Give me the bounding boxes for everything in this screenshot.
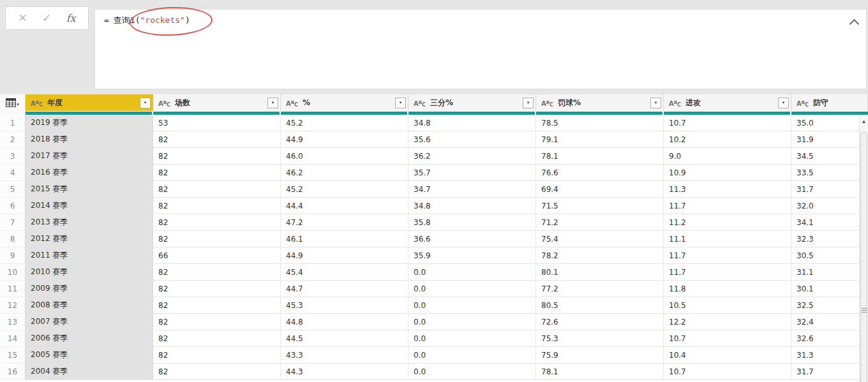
table-cell[interactable]: 2008 赛季 xyxy=(26,297,153,314)
table-cell[interactable]: 82 xyxy=(153,165,281,181)
table-cell[interactable]: 44.7 xyxy=(281,281,408,297)
table-corner-menu[interactable]: ▾ xyxy=(0,94,26,111)
table-cell[interactable]: 31.7 xyxy=(791,364,868,380)
table-cell[interactable]: 46.0 xyxy=(281,148,408,165)
table-cell[interactable]: 9.0 xyxy=(664,148,791,165)
table-cell[interactable]: 2009 赛季 xyxy=(26,281,153,297)
table-cell[interactable]: 2005 赛季 xyxy=(26,347,153,364)
table-cell[interactable]: 10.5 xyxy=(664,297,791,314)
column-header[interactable]: ABC年度▼ xyxy=(26,94,153,111)
table-cell[interactable]: 82 xyxy=(153,314,281,330)
table-cell[interactable]: 44.8 xyxy=(281,314,408,330)
table-cell[interactable]: 2016 赛季 xyxy=(26,165,153,181)
column-header[interactable]: ABC罚球%▼ xyxy=(536,94,664,111)
table-cell[interactable]: 35.9 xyxy=(408,247,536,264)
table-cell[interactable]: 82 xyxy=(153,181,281,198)
table-cell[interactable]: 35.0 xyxy=(791,115,868,131)
table-cell[interactable]: 34.5 xyxy=(791,148,868,165)
table-cell[interactable]: 82 xyxy=(153,148,281,165)
table-cell[interactable]: 45.2 xyxy=(281,115,408,131)
table-cell[interactable]: 44.3 xyxy=(281,364,408,380)
column-header[interactable]: ABC%▼ xyxy=(281,94,408,111)
table-cell[interactable]: 79.1 xyxy=(536,131,664,148)
table-cell[interactable]: 82 xyxy=(153,231,281,247)
table-cell[interactable]: 32.6 xyxy=(791,330,868,347)
table-cell[interactable]: 43.3 xyxy=(281,347,408,364)
table-cell[interactable]: 2012 赛季 xyxy=(26,231,153,247)
table-cell[interactable]: 35.7 xyxy=(408,165,536,181)
table-cell[interactable]: 34.7 xyxy=(408,181,536,198)
table-cell[interactable]: 66 xyxy=(153,247,281,264)
table-cell[interactable]: 77.2 xyxy=(536,281,664,297)
table-cell[interactable]: 44.5 xyxy=(281,330,408,347)
cancel-icon[interactable]: ✕ xyxy=(15,13,29,24)
table-cell[interactable]: 11.3 xyxy=(664,181,791,198)
filter-dropdown-button[interactable]: ▼ xyxy=(778,98,789,108)
table-cell[interactable]: 12.2 xyxy=(664,314,791,330)
column-header[interactable]: ABC进攻▼ xyxy=(664,94,791,111)
table-cell[interactable]: 2017 赛季 xyxy=(26,148,153,165)
table-cell[interactable]: 45.2 xyxy=(281,181,408,198)
filter-dropdown-button[interactable]: ▼ xyxy=(267,98,278,108)
table-cell[interactable]: 11.1 xyxy=(664,231,791,247)
scroll-up-arrow-icon[interactable]: ▲ xyxy=(860,116,868,126)
table-cell[interactable]: 31.9 xyxy=(791,131,868,148)
table-cell[interactable]: 2007 赛季 xyxy=(26,314,153,330)
table-cell[interactable]: 35.8 xyxy=(408,214,536,231)
filter-dropdown-button[interactable]: ▼ xyxy=(523,98,534,108)
column-header[interactable]: ABC场数▼ xyxy=(153,94,281,111)
filter-dropdown-button[interactable]: ▼ xyxy=(395,98,406,108)
table-cell[interactable]: 11.7 xyxy=(664,198,791,214)
table-cell[interactable]: 0.0 xyxy=(408,330,536,347)
table-cell[interactable]: 80.1 xyxy=(536,264,664,281)
table-cell[interactable]: 36.6 xyxy=(408,231,536,247)
table-cell[interactable]: 0.0 xyxy=(408,281,536,297)
table-cell[interactable]: 11.2 xyxy=(664,214,791,231)
table-cell[interactable]: 78.1 xyxy=(536,364,664,380)
table-cell[interactable]: 82 xyxy=(153,364,281,380)
table-cell[interactable]: 44.9 xyxy=(281,247,408,264)
check-icon[interactable]: ✓ xyxy=(40,13,54,24)
table-cell[interactable]: 10.7 xyxy=(664,115,791,131)
table-cell[interactable]: 75.4 xyxy=(536,231,664,247)
table-cell[interactable]: 45.4 xyxy=(281,264,408,281)
table-cell[interactable]: 32.4 xyxy=(791,314,868,330)
vertical-scrollbar[interactable]: ▲ xyxy=(859,116,868,382)
table-cell[interactable]: 71.2 xyxy=(536,214,664,231)
table-cell[interactable]: 69.4 xyxy=(536,181,664,198)
table-cell[interactable]: 31.3 xyxy=(791,347,868,364)
table-cell[interactable]: 0.0 xyxy=(408,364,536,380)
table-cell[interactable]: 34.8 xyxy=(408,198,536,214)
table-cell[interactable]: 10.9 xyxy=(664,165,791,181)
table-cell[interactable]: 2004 赛季 xyxy=(26,364,153,380)
formula-bar[interactable]: =查询1("rockets") xyxy=(94,9,867,89)
table-cell[interactable]: 82 xyxy=(153,214,281,231)
table-cell[interactable]: 10.7 xyxy=(664,330,791,347)
table-cell[interactable]: 0.0 xyxy=(408,264,536,281)
table-cell[interactable]: 72.6 xyxy=(536,314,664,330)
table-cell[interactable]: 82 xyxy=(153,264,281,281)
table-cell[interactable]: 30.5 xyxy=(791,247,868,264)
table-cell[interactable]: 10.2 xyxy=(664,131,791,148)
table-cell[interactable]: 10.4 xyxy=(664,347,791,364)
table-cell[interactable]: 75.3 xyxy=(536,330,664,347)
table-cell[interactable]: 46.2 xyxy=(281,165,408,181)
table-cell[interactable]: 11.7 xyxy=(664,264,791,281)
table-cell[interactable]: 45.3 xyxy=(281,297,408,314)
table-cell[interactable]: 34.8 xyxy=(408,115,536,131)
table-cell[interactable]: 82 xyxy=(153,347,281,364)
table-cell[interactable]: 78.1 xyxy=(536,148,664,165)
table-cell[interactable]: 33.5 xyxy=(791,165,868,181)
scrollbar-thumb[interactable] xyxy=(860,131,867,382)
table-cell[interactable]: 32.5 xyxy=(791,297,868,314)
table-cell[interactable]: 32.0 xyxy=(791,198,868,214)
table-cell[interactable]: 35.6 xyxy=(408,131,536,148)
table-cell[interactable]: 32.3 xyxy=(791,231,868,247)
table-cell[interactable]: 47.2 xyxy=(281,214,408,231)
table-cell[interactable]: 76.6 xyxy=(536,165,664,181)
table-cell[interactable]: 82 xyxy=(153,198,281,214)
table-cell[interactable]: 30.1 xyxy=(791,281,868,297)
table-cell[interactable]: 2019 赛季 xyxy=(26,115,153,131)
filter-dropdown-button[interactable]: ▼ xyxy=(140,98,151,108)
table-cell[interactable]: 80.5 xyxy=(536,297,664,314)
